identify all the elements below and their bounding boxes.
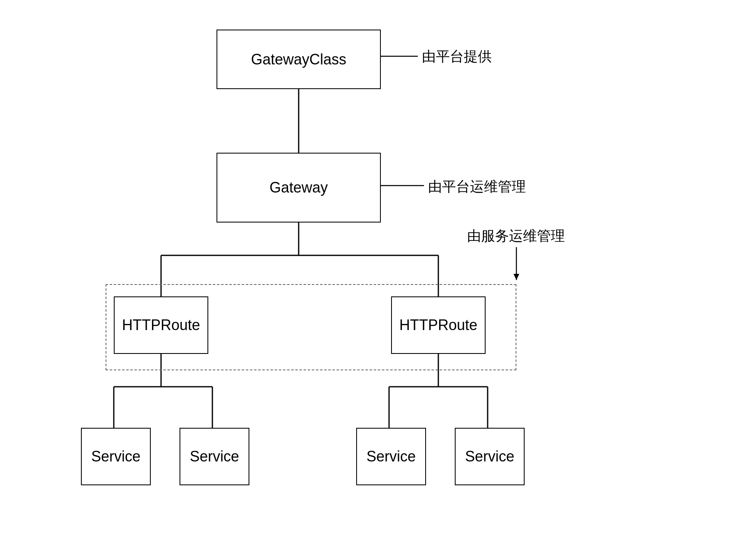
service-3-box: Service [356,428,426,485]
diagram: GatewayClass 由平台提供 Gateway 由平台运维管理 由服务运维… [81,17,656,543]
gateway-class-box: GatewayClass [216,30,381,89]
gateway-box: Gateway [216,153,381,223]
service-4-box: Service [455,428,525,485]
gateway-class-annotation: 由平台提供 [422,47,492,66]
service-managed-annotation: 由服务运维管理 [467,227,565,246]
service-1-box: Service [81,428,151,485]
svg-marker-18 [514,274,519,280]
service-2-box: Service [180,428,249,485]
gateway-annotation: 由平台运维管理 [428,177,526,196]
http-route-2-box: HTTPRoute [391,296,486,354]
http-route-1-box: HTTPRoute [114,296,208,354]
